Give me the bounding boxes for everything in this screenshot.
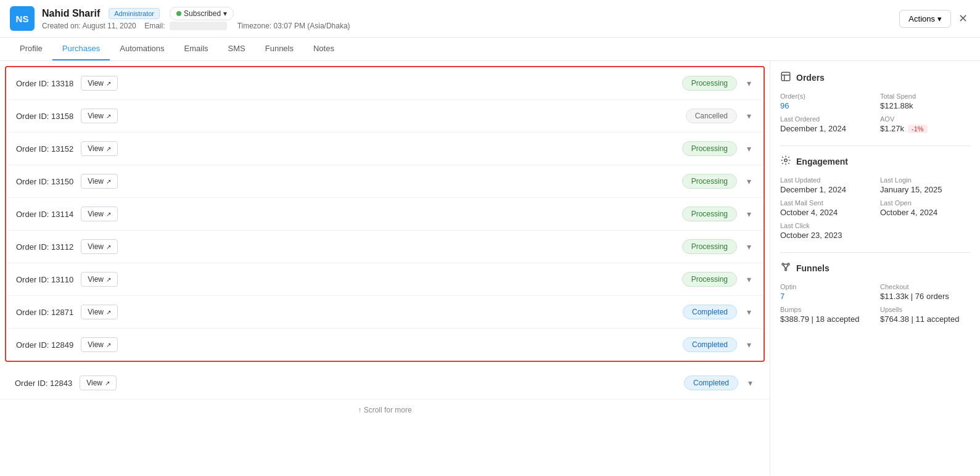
- external-link-icon: ↗: [106, 342, 111, 348]
- last-click-label: Last Click: [780, 222, 870, 229]
- last-mail-item: Last Mail Sent October 4, 2024: [780, 199, 870, 217]
- last-click-value: October 23, 2023: [780, 231, 870, 240]
- svg-rect-0: [781, 72, 790, 81]
- scroll-text: ↑ Scroll for more: [358, 406, 411, 414]
- engagement-section: Engagement Last Updated December 1, 2024…: [780, 155, 970, 240]
- view-order-button[interactable]: View ↗: [81, 109, 118, 123]
- expand-button[interactable]: ▾: [744, 76, 754, 91]
- tab-notes[interactable]: Notes: [303, 38, 344, 60]
- scroll-hint: ↑ Scroll for more: [0, 400, 770, 421]
- optin-value[interactable]: 7: [780, 292, 870, 301]
- table-row: Order ID: 13152 View ↗ Processing ▾: [6, 133, 764, 165]
- funnels-section-title: Funnels: [780, 261, 970, 274]
- order-id: Order ID: 12849: [16, 340, 73, 350]
- table-row: Order ID: 13112 View ↗ Processing ▾: [6, 231, 764, 263]
- subscribed-dot: [176, 11, 181, 16]
- view-order-button[interactable]: View ↗: [81, 239, 118, 254]
- upsells-label: Upsells: [880, 306, 970, 313]
- expand-button[interactable]: ▾: [744, 141, 754, 156]
- expand-button[interactable]: ▾: [744, 272, 754, 287]
- total-spend-value: $121.88k: [880, 101, 970, 110]
- view-order-button[interactable]: View ↗: [81, 76, 118, 91]
- tab-emails[interactable]: Emails: [175, 38, 218, 60]
- expand-button[interactable]: ▾: [744, 207, 754, 221]
- aov-label: AOV: [880, 115, 970, 123]
- table-row: Order ID: 12843 View ↗ Completed ▾: [0, 367, 770, 400]
- expand-button[interactable]: ▾: [744, 337, 754, 352]
- orders-selection-box: Order ID: 13318 View ↗ Processing ▾ Orde…: [5, 66, 765, 362]
- last-login-label: Last Login: [880, 176, 970, 184]
- aov-value: $1.27k: [880, 124, 904, 133]
- external-link-icon: ↗: [106, 146, 111, 152]
- order-id: Order ID: 12843: [15, 379, 72, 388]
- tab-purchases[interactable]: Purchases: [52, 38, 110, 60]
- expand-button[interactable]: ▾: [746, 375, 755, 390]
- header: NS Nahid Sharif Administrator Subscribed…: [0, 0, 980, 38]
- view-order-button[interactable]: View ↗: [81, 272, 118, 287]
- status-badge: Processing: [682, 174, 737, 189]
- last-updated-item: Last Updated December 1, 2024: [780, 176, 870, 194]
- actions-button[interactable]: Actions ▾: [899, 10, 951, 28]
- last-login-item: Last Login January 15, 2025: [880, 176, 970, 194]
- view-order-button[interactable]: View ↗: [80, 375, 117, 390]
- divider-2: [780, 252, 970, 253]
- order-id: Order ID: 13110: [16, 275, 73, 284]
- avatar: NS: [10, 6, 35, 31]
- checkout-label: Checkout: [880, 283, 970, 290]
- tab-profile[interactable]: Profile: [10, 38, 52, 60]
- close-button[interactable]: ✕: [956, 9, 970, 28]
- orders-count-label: Order(s): [780, 92, 870, 100]
- optin-item: Optin 7: [780, 283, 870, 301]
- table-row: Order ID: 12871 View ↗ Completed ▾: [6, 296, 764, 329]
- expand-button[interactable]: ▾: [744, 109, 754, 123]
- orders-icon: [780, 71, 791, 84]
- total-spend-item: Total Spend $121.88k: [880, 92, 970, 110]
- tabs-bar: Profile Purchases Automations Emails SMS…: [0, 38, 980, 61]
- order-id: Order ID: 13112: [16, 242, 73, 252]
- tab-sms[interactable]: SMS: [218, 38, 255, 60]
- tab-automations[interactable]: Automations: [110, 38, 174, 60]
- last-ordered-value: December 1, 2024: [780, 124, 870, 133]
- funnels-grid: Optin 7 Checkout $11.33k | 76 orders Bum…: [780, 283, 970, 324]
- status-badge: Processing: [682, 141, 737, 156]
- last-mail-value: October 4, 2024: [780, 208, 870, 217]
- chevron-down-icon: ▾: [223, 9, 227, 18]
- status-badge: Processing: [682, 239, 737, 254]
- last-open-value: October 4, 2024: [880, 208, 970, 217]
- svg-point-2: [782, 263, 784, 265]
- subscribed-label: Subscribed: [184, 9, 221, 18]
- expand-button[interactable]: ▾: [744, 239, 754, 254]
- last-updated-value: December 1, 2024: [780, 185, 870, 194]
- status-badge: Cancelled: [686, 109, 737, 123]
- table-row: Order ID: 13150 View ↗ Processing ▾: [6, 165, 764, 198]
- view-order-button[interactable]: View ↗: [81, 207, 118, 221]
- admin-badge: Administrator: [109, 8, 160, 19]
- expand-button[interactable]: ▾: [744, 174, 754, 189]
- order-id: Order ID: 13158: [16, 112, 73, 121]
- order-id: Order ID: 13114: [16, 210, 73, 219]
- orders-panel: Order ID: 13318 View ↗ Processing ▾ Orde…: [0, 61, 770, 475]
- view-order-button[interactable]: View ↗: [81, 141, 118, 156]
- table-row: Order ID: 13110 View ↗ Processing ▾: [6, 263, 764, 296]
- created-label: Created on: August 11, 2020: [42, 22, 136, 30]
- view-order-button[interactable]: View ↗: [81, 174, 118, 189]
- svg-point-1: [784, 159, 788, 162]
- contact-name: Nahid Sharif: [42, 8, 100, 19]
- status-badge: Processing: [682, 76, 737, 91]
- orders-count-item: Order(s) 96: [780, 92, 870, 110]
- order-id: Order ID: 12871: [16, 308, 73, 317]
- svg-point-3: [788, 263, 789, 265]
- subscribed-badge[interactable]: Subscribed ▾: [170, 7, 234, 20]
- status-badge: Completed: [683, 305, 737, 319]
- external-link-icon: ↗: [106, 244, 111, 250]
- orders-count-value[interactable]: 96: [780, 101, 870, 110]
- checkout-value: $11.33k | 76 orders: [880, 292, 970, 301]
- expand-button[interactable]: ▾: [744, 305, 754, 319]
- orders-section: Orders Order(s) 96 Total Spend $121.88k …: [780, 71, 970, 133]
- engagement-grid: Last Updated December 1, 2024 Last Login…: [780, 176, 970, 240]
- view-order-button[interactable]: View ↗: [81, 337, 118, 352]
- tab-funnels[interactable]: Funnels: [255, 38, 303, 60]
- orders-grid: Order(s) 96 Total Spend $121.88k Last Or…: [780, 92, 970, 133]
- view-order-button[interactable]: View ↗: [81, 305, 118, 319]
- funnels-icon: [780, 261, 791, 274]
